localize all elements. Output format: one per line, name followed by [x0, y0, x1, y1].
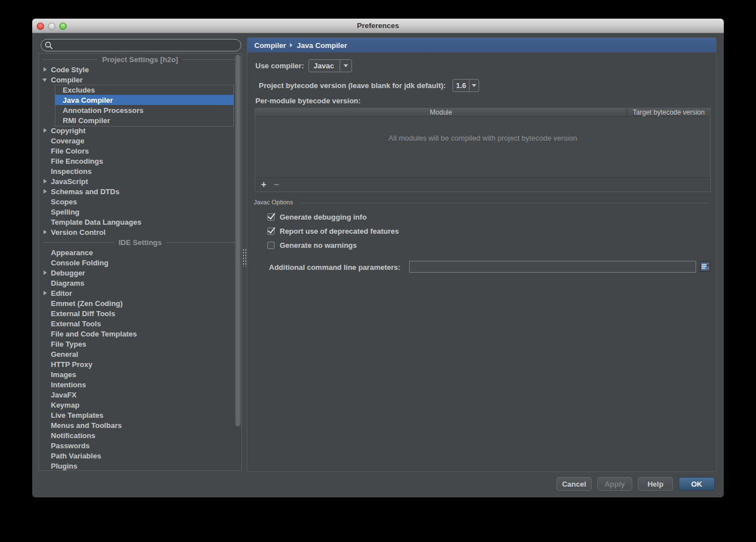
tree-expand-arrow-icon[interactable]: [42, 422, 48, 428]
tree-item[interactable]: Console Folding: [39, 257, 241, 268]
remove-row-button[interactable]: −: [273, 181, 279, 189]
tree-item[interactable]: File Types: [39, 339, 241, 349]
tree-expand-arrow-icon[interactable]: [42, 351, 48, 357]
tree-expand-arrow-icon[interactable]: [42, 229, 48, 235]
tree-item[interactable]: External Diff Tools: [39, 308, 241, 318]
chevron-down-icon[interactable]: [469, 80, 479, 91]
bytecode-version-select[interactable]: 1.6: [453, 79, 479, 92]
splitter-drag-handle-icon[interactable]: [242, 248, 247, 266]
tree-expand-arrow-icon[interactable]: [42, 260, 48, 265]
help-button[interactable]: Help: [638, 477, 673, 491]
tree-expand-arrow-icon[interactable]: [42, 219, 48, 225]
tree-item[interactable]: Keymap: [39, 400, 241, 410]
tree-item[interactable]: Schemas and DTDs: [39, 186, 241, 196]
tree-expand-arrow-icon[interactable]: [42, 158, 48, 164]
tree-item[interactable]: Live Templates: [39, 410, 241, 420]
checkbox[interactable]: [267, 228, 275, 235]
tree-expand-arrow-icon[interactable]: [42, 453, 48, 458]
tree-expand-arrow-icon[interactable]: [42, 280, 48, 286]
tree-item[interactable]: Notifications: [39, 430, 241, 440]
tree-item[interactable]: File Colors: [39, 146, 241, 156]
tree-item[interactable]: External Tools: [39, 318, 241, 329]
tree-item[interactable]: Passwords: [39, 440, 241, 451]
tree-expand-arrow-icon[interactable]: [42, 250, 48, 255]
tree-expand-arrow-icon[interactable]: [42, 432, 48, 438]
tree-expand-arrow-icon[interactable]: [42, 77, 48, 82]
tree-expand-arrow-icon[interactable]: [42, 67, 48, 72]
tree-item[interactable]: Copyright: [39, 125, 241, 136]
close-window-icon[interactable]: [37, 23, 44, 30]
tree-item[interactable]: File Encodings: [39, 156, 241, 166]
tree-expand-arrow-icon[interactable]: [42, 178, 48, 184]
apply-button[interactable]: Apply: [597, 477, 632, 491]
tree-expand-arrow-icon[interactable]: [42, 311, 48, 316]
tree-expand-arrow-icon[interactable]: [42, 199, 48, 204]
checkbox-row[interactable]: Generate debugging info: [267, 210, 399, 224]
tree-item[interactable]: File and Code Templates: [39, 329, 241, 339]
checkbox[interactable]: [267, 242, 275, 249]
add-row-button[interactable]: +: [261, 181, 266, 189]
tree-item[interactable]: Menus and Toolbars: [39, 420, 241, 430]
tree-item[interactable]: JavaScript: [39, 176, 241, 186]
tree-expand-arrow-icon[interactable]: [42, 331, 48, 336]
tree-item[interactable]: Debugger: [39, 268, 241, 278]
tree-expand-arrow-icon[interactable]: [42, 138, 48, 143]
tree-item[interactable]: Coverage: [39, 136, 241, 146]
tree-item[interactable]: Editor: [39, 288, 241, 298]
tree-item[interactable]: Inspections: [39, 166, 241, 176]
tree-child-item[interactable]: RMI Compiler: [55, 115, 233, 125]
tree-expand-arrow-icon[interactable]: [42, 443, 48, 448]
checkbox-row[interactable]: Generate no warnings: [267, 238, 399, 252]
column-target-bytecode[interactable]: Target bytecode version: [627, 108, 710, 116]
tree-item[interactable]: General: [39, 349, 241, 359]
tree-child-item[interactable]: Excludes: [55, 85, 233, 95]
tree-item[interactable]: Spelling: [39, 207, 241, 217]
tree-expand-arrow-icon[interactable]: [42, 382, 48, 387]
tree-expand-arrow-icon[interactable]: [42, 463, 48, 469]
tree-item[interactable]: HTTP Proxy: [39, 359, 241, 369]
tree-item[interactable]: Path Variables: [39, 451, 241, 461]
use-compiler-select[interactable]: Javac: [309, 59, 352, 72]
tree-item[interactable]: Appearance: [39, 247, 241, 257]
tree-item[interactable]: Emmet (Zen Coding): [39, 298, 241, 308]
tree-expand-arrow-icon[interactable]: [42, 371, 48, 377]
cancel-button[interactable]: Cancel: [557, 477, 592, 491]
table-header[interactable]: Module Target bytecode version: [255, 108, 710, 117]
tree-expand-arrow-icon[interactable]: [42, 321, 48, 326]
tree-expand-arrow-icon[interactable]: [42, 209, 48, 215]
ok-button[interactable]: OK: [679, 477, 715, 491]
zoom-window-icon[interactable]: [59, 23, 67, 30]
tree-child-item[interactable]: Java Compiler: [55, 95, 233, 105]
tree-scrollbar[interactable]: [235, 55, 241, 426]
tree-expand-arrow-icon[interactable]: [42, 361, 48, 367]
tree-expand-arrow-icon[interactable]: [42, 402, 48, 408]
tree-expand-arrow-icon[interactable]: [42, 270, 48, 276]
expand-in-editor-icon[interactable]: [700, 261, 710, 272]
title-bar[interactable]: Preferences: [32, 19, 724, 33]
checkbox[interactable]: [267, 213, 275, 221]
chevron-down-icon[interactable]: [340, 60, 351, 72]
tree-expand-arrow-icon[interactable]: [42, 189, 48, 194]
additional-params-input[interactable]: [409, 261, 696, 273]
tree-expand-arrow-icon[interactable]: [42, 290, 48, 296]
tree-item[interactable]: Plugins: [39, 461, 241, 471]
tree-expand-arrow-icon[interactable]: [42, 300, 48, 306]
tree-item[interactable]: Compiler: [39, 75, 241, 85]
tree-expand-arrow-icon[interactable]: [42, 341, 48, 347]
tree-child-item[interactable]: Annotation Processors: [55, 105, 233, 115]
settings-tree[interactable]: Project Settings [h2o] Code Style Compil…: [38, 53, 242, 471]
checkbox-row[interactable]: Report use of deprecated features: [267, 224, 399, 238]
tree-item[interactable]: Images: [39, 369, 241, 379]
tree-item[interactable]: Diagrams: [39, 278, 241, 288]
tree-item[interactable]: Intentions: [39, 379, 241, 390]
tree-expand-arrow-icon[interactable]: [42, 168, 48, 174]
tree-item[interactable]: Template Data Languages: [39, 217, 241, 227]
tree-expand-arrow-icon[interactable]: [42, 128, 48, 133]
tree-expand-arrow-icon[interactable]: [42, 148, 48, 154]
tree-expand-arrow-icon[interactable]: [42, 412, 48, 418]
tree-expand-arrow-icon[interactable]: [42, 392, 48, 397]
search-input[interactable]: [41, 39, 241, 51]
tree-item[interactable]: JavaFX: [39, 390, 241, 400]
column-module[interactable]: Module: [255, 108, 627, 116]
tree-item[interactable]: Scopes: [39, 196, 241, 207]
